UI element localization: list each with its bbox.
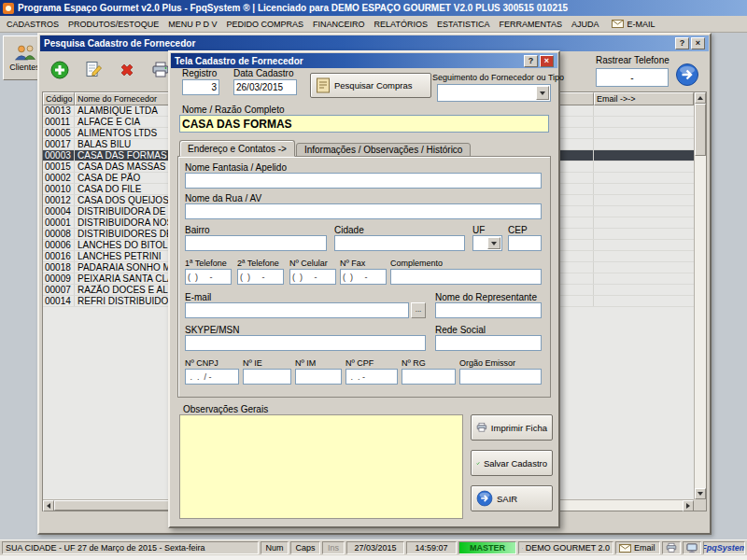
edit-supplier-button[interactable] — [78, 54, 108, 86]
cell-email — [594, 251, 694, 261]
celular-label: Nº Celular — [289, 259, 328, 268]
rg-label: Nº RG — [402, 358, 426, 368]
cidade-label: Cidade — [334, 225, 364, 235]
ie-input[interactable] — [243, 369, 291, 385]
cidade-input[interactable] — [334, 235, 465, 251]
rede-social-label: Rede Social — [435, 325, 486, 335]
status-email: Email — [615, 541, 660, 554]
nome-razao-input[interactable] — [179, 115, 549, 133]
cell-code: 00010 — [43, 184, 75, 194]
skype-input[interactable] — [185, 335, 426, 351]
search-window-title: Pesquisa Cadastro de Fornecedor — [44, 38, 195, 49]
scroll-left-icon[interactable] — [43, 500, 54, 511]
observacoes-textarea[interactable] — [179, 414, 463, 519]
nome-razao-label: Nome / Razão Completo — [182, 105, 285, 115]
salvar-cadastro-label: Salvar Cadastro — [484, 458, 547, 469]
menu-item-email[interactable]: E-MAIL — [607, 18, 659, 31]
column-header-email[interactable]: Email ->-> — [594, 92, 694, 105]
menu-item[interactable]: PRODUTOS/ESTOQUE — [63, 18, 163, 31]
dialog-title: Tela Cadastro de Fornecedor — [175, 56, 303, 66]
scroll-right-icon[interactable] — [683, 500, 694, 511]
orgao-emissor-label: Orgão Emissor — [459, 358, 515, 368]
cell-email — [594, 128, 694, 138]
pesquisar-compras-button[interactable]: Pesquisar Compras — [310, 73, 431, 98]
window-bottom-edge — [0, 555, 747, 560]
menu-items: CADASTROSPRODUTOS/ESTOQUEMENU P D VPEDID… — [2, 18, 603, 31]
desktop-app: Programa Espaço Gourmet v2.0 Plus - FpqS… — [0, 0, 747, 560]
cell-email — [594, 296, 694, 306]
telefone1-input[interactable] — [185, 269, 232, 285]
skype-label: SKYPE/MSN — [185, 325, 239, 335]
menu-item[interactable]: FINANCEIRO — [308, 18, 370, 31]
sair-button[interactable]: SAIR — [471, 485, 553, 511]
cnpj-input[interactable] — [185, 369, 239, 385]
dialog-controls: ? × — [524, 55, 554, 67]
supplier-edit-dialog: Tela Cadastro de Fornecedor ? × Registro… — [168, 50, 560, 528]
representante-input[interactable] — [435, 302, 542, 318]
imprimir-ficha-button[interactable]: Imprimir Ficha — [471, 414, 553, 441]
orgao-emissor-input[interactable] — [459, 369, 542, 385]
uf-select[interactable] — [472, 235, 502, 251]
email-icon — [612, 20, 624, 28]
cell-code: 00009 — [43, 273, 75, 284]
column-header-codigo[interactable]: Código — [43, 92, 75, 105]
bairro-input[interactable] — [185, 235, 327, 251]
menu-item[interactable]: AJUDA — [567, 18, 604, 31]
menu-item[interactable]: MENU P D V — [163, 18, 221, 31]
menu-item[interactable]: FERRAMENTAS — [495, 18, 567, 31]
complemento-input[interactable] — [390, 269, 542, 285]
dialog-close-button[interactable]: × — [540, 55, 554, 67]
cell-code: 00015 — [43, 161, 75, 172]
salvar-cadastro-button[interactable]: Salvar Cadastro — [471, 450, 553, 476]
menu-item[interactable]: PEDIDO COMPRAS — [222, 18, 309, 31]
telefone2-input[interactable] — [237, 269, 284, 285]
email-browse-button[interactable]: ... — [411, 302, 426, 318]
seguimento-select[interactable] — [437, 84, 551, 102]
status-license: DEMO GOURMET 2.0 — [518, 541, 613, 554]
status-location: SUA CIDADE - UF 27 de Março de 2015 - Se… — [2, 541, 259, 554]
imprimir-icon — [476, 421, 487, 434]
rastrear-telefone-input[interactable] — [596, 68, 669, 87]
tab-endereco-contatos[interactable]: Endereço e Contatos -> — [179, 140, 295, 157]
rg-input[interactable] — [402, 369, 456, 385]
im-input[interactable] — [295, 369, 342, 385]
status-print-panel — [662, 541, 681, 554]
vertical-scrollbar[interactable] — [694, 92, 706, 499]
cell-email — [594, 285, 694, 295]
scrollbar-corner — [694, 499, 706, 511]
cpf-input[interactable] — [345, 369, 398, 385]
help-button[interactable]: ? — [675, 37, 689, 49]
chevron-down-icon — [487, 237, 500, 249]
menu-bar: CADASTROSPRODUTOS/ESTOQUEMENU P D VPEDID… — [0, 16, 747, 33]
registro-input[interactable] — [182, 79, 219, 95]
delete-supplier-button[interactable] — [112, 54, 142, 86]
cell-code: 00017 — [43, 139, 75, 149]
app-titlebar: Programa Espaço Gourmet v2.0 Plus - FpqS… — [0, 0, 747, 16]
scroll-down-icon[interactable] — [695, 488, 706, 499]
rastrear-go-button[interactable] — [674, 62, 699, 87]
vertical-scroll-thumb[interactable] — [695, 104, 706, 156]
tab-informacoes-historico[interactable]: Informações / Observações / Histórico — [296, 143, 472, 157]
cell-code: 00008 — [43, 229, 75, 239]
status-caps: Caps — [290, 541, 320, 554]
add-supplier-button[interactable] — [45, 54, 75, 86]
fax-input[interactable] — [340, 269, 387, 285]
menu-item[interactable]: CADASTROS — [2, 18, 63, 31]
cell-email — [594, 206, 694, 217]
rede-social-input[interactable] — [435, 335, 542, 351]
menu-item[interactable]: RELATÓRIOS — [370, 18, 432, 31]
cep-input[interactable] — [508, 235, 542, 251]
email-input[interactable] — [185, 302, 409, 318]
data-cadastro-input[interactable] — [233, 79, 297, 95]
celular-input[interactable] — [289, 269, 336, 285]
status-email-label: Email — [634, 543, 655, 553]
rua-input[interactable] — [185, 203, 542, 219]
cell-code: 00016 — [43, 251, 75, 261]
scroll-up-icon[interactable] — [695, 92, 706, 104]
dialog-help-button[interactable]: ? — [524, 55, 538, 67]
menu-item[interactable]: ESTATISTICA — [432, 18, 495, 31]
cell-code: 00007 — [43, 285, 75, 295]
status-date: 27/03/2015 — [346, 541, 404, 554]
nome-fantasia-input[interactable] — [185, 173, 542, 189]
close-button[interactable]: × — [691, 37, 705, 49]
